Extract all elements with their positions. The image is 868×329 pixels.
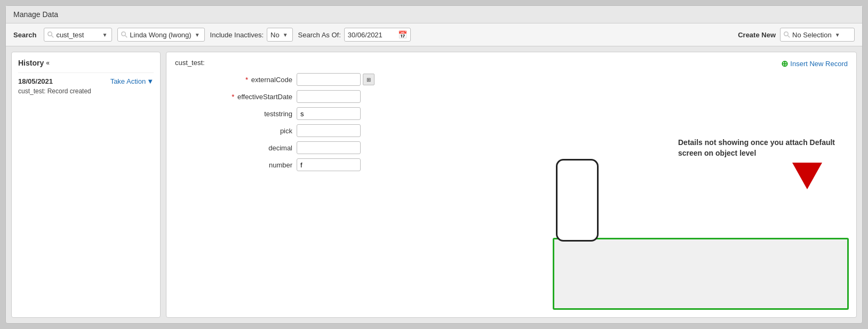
- field-label-decimal: decimal: [207, 144, 292, 152]
- user-dropdown-arrow[interactable]: ▼: [194, 32, 201, 38]
- create-new-section: Create New No Selection ▼: [738, 28, 855, 42]
- form-panel-title: cust_test:: [175, 59, 848, 67]
- main-content: History « 18/05/2021 Take Action ▼ cust_…: [6, 46, 862, 323]
- history-description: cust_test: Record created: [18, 87, 154, 95]
- insert-new-record-button[interactable]: ⊕ Insert New Record: [781, 59, 848, 69]
- label-text-teststring: teststring: [264, 110, 292, 118]
- label-text-decimal: decimal: [268, 144, 292, 152]
- field-label-number: number: [207, 161, 292, 169]
- include-inactives-dropdown[interactable]: No ▼: [267, 28, 293, 42]
- search-label: Search: [13, 31, 36, 39]
- form-panel: cust_test: ⊕ Insert New Record * externa…: [166, 52, 857, 318]
- search-field[interactable]: [56, 31, 99, 39]
- form-row-externalcode: * externalCode ⊞: [207, 73, 848, 86]
- insert-new-record-label: Insert New Record: [790, 60, 848, 68]
- label-text-effectivestartdate: effectiveStartDate: [237, 93, 292, 101]
- history-collapse-icon[interactable]: «: [46, 59, 50, 67]
- input-externalcode[interactable]: [297, 73, 361, 86]
- take-action-button[interactable]: Take Action ▼: [110, 77, 154, 85]
- history-panel: History « 18/05/2021 Take Action ▼ cust_…: [11, 52, 161, 318]
- required-star-externalcode: *: [245, 76, 248, 84]
- search-input-box[interactable]: ▼: [44, 28, 112, 42]
- input-decimal[interactable]: [297, 141, 361, 154]
- create-new-label: Create New: [738, 31, 776, 39]
- annotation-text: Details not showing once you attach Defa…: [678, 138, 849, 158]
- search-as-of-group: Search As Of: 📅: [298, 28, 411, 42]
- insert-plus-icon: ⊕: [781, 59, 788, 69]
- history-entry-header: 18/05/2021 Take Action ▼: [18, 77, 154, 85]
- input-teststring[interactable]: [297, 107, 361, 120]
- search-as-of-field[interactable]: [348, 31, 396, 39]
- overlay-rounded-box: [556, 159, 599, 242]
- search-as-of-input-box[interactable]: 📅: [344, 28, 411, 42]
- form-row-teststring: teststring: [207, 107, 848, 120]
- annotation-area: Details not showing once you attach Defa…: [678, 138, 849, 189]
- label-text-externalcode: externalCode: [251, 76, 292, 84]
- main-window: Manage Data Search ▼ Linda Wong (lwong) …: [5, 5, 863, 324]
- take-action-label: Take Action: [110, 77, 146, 85]
- svg-point-4: [784, 32, 789, 36]
- svg-point-0: [48, 32, 52, 36]
- input-number[interactable]: [297, 158, 361, 171]
- label-text-number: number: [269, 161, 292, 169]
- annotation-down-arrow: [792, 163, 822, 189]
- toolbar: Search ▼ Linda Wong (lwong) ▼ Include In…: [6, 23, 862, 46]
- page-title: Manage Data: [13, 10, 58, 19]
- no-selection-search-icon: [784, 31, 790, 38]
- svg-line-1: [52, 36, 54, 38]
- input-pick[interactable]: [297, 124, 361, 137]
- field-label-effectivestartdate: * effectiveStartDate: [207, 93, 292, 101]
- form-row-effectivestartdate: * effectiveStartDate: [207, 90, 848, 103]
- required-star-effectivestartdate: *: [232, 93, 234, 101]
- input-effectivestartdate[interactable]: [297, 90, 361, 103]
- svg-line-3: [125, 36, 128, 38]
- field-input-externalcode: ⊞: [297, 73, 375, 86]
- take-action-arrow: ▼: [147, 77, 154, 85]
- field-label-pick: pick: [207, 127, 292, 135]
- history-label: History: [18, 59, 44, 67]
- title-bar: Manage Data: [6, 6, 862, 23]
- svg-point-2: [122, 32, 126, 36]
- user-value: Linda Wong (lwong): [130, 31, 191, 39]
- field-input-teststring: [297, 107, 361, 120]
- history-entry: 18/05/2021 Take Action ▼ cust_test: Reco…: [18, 73, 154, 95]
- history-date: 18/05/2021: [18, 77, 53, 85]
- field-input-effectivestartdate: [297, 90, 361, 103]
- label-text-pick: pick: [280, 127, 292, 135]
- search-dropdown-arrow[interactable]: ▼: [101, 32, 108, 38]
- include-inactives-label: Include Inactives:: [210, 31, 264, 39]
- no-selection-arrow[interactable]: ▼: [834, 32, 841, 38]
- search-as-of-label: Search As Of:: [298, 31, 341, 39]
- calendar-icon[interactable]: 📅: [398, 30, 407, 39]
- field-input-pick: [297, 124, 361, 137]
- green-highlight-box: [553, 238, 849, 310]
- field-input-number: [297, 158, 361, 171]
- form-row-pick: pick: [207, 124, 848, 137]
- field-label-teststring: teststring: [207, 110, 292, 118]
- include-inactives-group: Include Inactives: No ▼: [210, 28, 293, 42]
- no-selection-dropdown[interactable]: No Selection ▼: [780, 28, 855, 42]
- history-title: History «: [18, 59, 154, 67]
- include-inactives-value: No: [270, 31, 280, 39]
- externalcode-icon-btn[interactable]: ⊞: [363, 74, 375, 85]
- field-label-externalcode: * externalCode: [207, 76, 292, 84]
- field-input-decimal: [297, 141, 361, 154]
- no-selection-label: No Selection: [792, 31, 832, 39]
- include-inactives-arrow[interactable]: ▼: [282, 32, 289, 38]
- search-icon: [47, 31, 54, 38]
- user-dropdown[interactable]: Linda Wong (lwong) ▼: [117, 28, 204, 42]
- annotation-arrow-container: [678, 163, 849, 189]
- user-search-icon: [121, 31, 128, 38]
- svg-line-5: [788, 36, 790, 38]
